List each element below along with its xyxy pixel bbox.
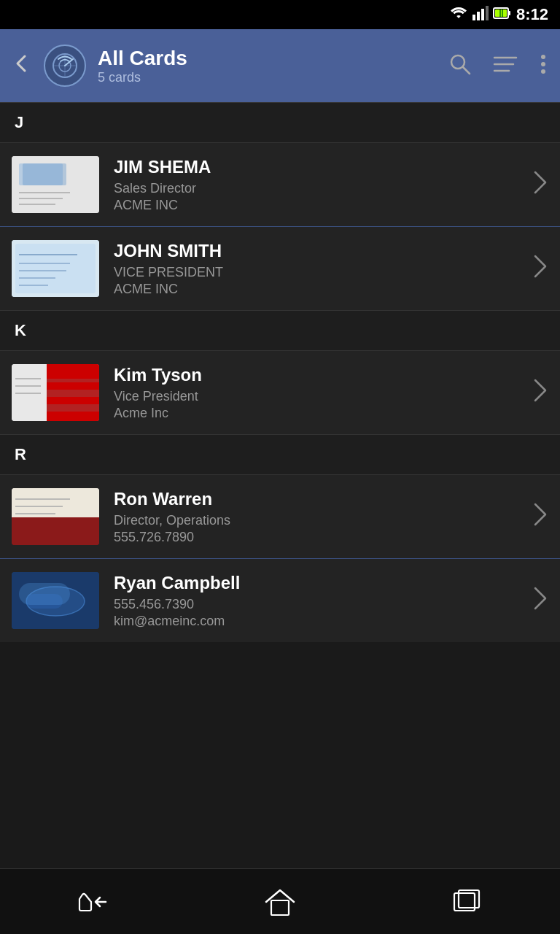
svg-rect-20 — [19, 163, 63, 185]
home-nav-button[interactable] — [251, 880, 309, 924]
svg-rect-33 — [48, 364, 99, 371]
card-thumbnail — [12, 488, 99, 545]
svg-rect-37 — [48, 411, 99, 421]
status-icons: 8:12 — [449, 5, 548, 24]
card-detail1: VICE PRESIDENT — [114, 265, 525, 280]
app-bar-actions — [448, 52, 548, 80]
card-detail2: ACME INC — [114, 282, 525, 297]
chevron-right-icon — [532, 253, 548, 285]
svg-rect-50 — [26, 594, 63, 609]
recents-nav-button[interactable] — [438, 880, 496, 924]
card-thumbnail — [12, 156, 99, 213]
content: J JIM SHEMASales DirectorACME INC JOHN S… — [0, 102, 560, 642]
card-name: JOHN SMITH — [114, 241, 525, 261]
svg-rect-32 — [48, 364, 99, 421]
card-detail2: ACME INC — [114, 198, 525, 213]
section-header-k: K — [0, 310, 560, 351]
card-thumbnail — [12, 240, 99, 297]
card-detail1: Director, Operations — [114, 513, 525, 528]
more-options-button[interactable] — [538, 53, 548, 79]
chevron-right-icon — [532, 585, 548, 617]
wifi-icon — [449, 6, 468, 23]
svg-point-18 — [541, 69, 545, 74]
svg-text:★★★: ★★★ — [52, 376, 82, 388]
section-header-r: R — [0, 434, 560, 475]
svg-rect-31 — [12, 364, 48, 421]
svg-point-16 — [541, 55, 545, 59]
back-nav-button[interactable] — [64, 880, 122, 924]
card-thumbnail — [12, 572, 99, 629]
card-name: Kim Tyson — [114, 365, 525, 385]
card-detail2: Acme Inc — [114, 406, 525, 421]
svg-rect-3 — [486, 6, 489, 20]
svg-rect-6 — [495, 9, 507, 17]
card-detail2: kim@acmeinc.com — [114, 614, 525, 629]
svg-rect-1 — [477, 12, 480, 20]
card-item[interactable]: Ryan Campbell555.456.7390kim@acmeinc.com — [0, 559, 560, 642]
svg-rect-2 — [481, 9, 484, 20]
card-item[interactable]: ★★★ Kim TysonVice PresidentAcme Inc — [0, 351, 560, 434]
svg-rect-5 — [508, 11, 510, 15]
svg-point-17 — [541, 62, 545, 66]
svg-rect-25 — [15, 244, 96, 293]
app-logo — [44, 45, 86, 87]
svg-rect-34 — [48, 376, 99, 383]
section-header-j: J — [0, 102, 560, 143]
status-time: 8:12 — [516, 5, 548, 24]
svg-rect-48 — [12, 572, 99, 629]
app-bar: All Cards 5 cards — [0, 29, 560, 102]
card-detail2: 555.726.7890 — [114, 530, 525, 545]
app-bar-title-group: All Cards 5 cards — [98, 47, 436, 85]
card-name: Ryan Campbell — [114, 573, 525, 593]
chevron-right-icon — [532, 377, 548, 409]
sort-button[interactable] — [493, 54, 518, 77]
card-item[interactable]: JIM SHEMASales DirectorACME INC — [0, 143, 560, 227]
svg-rect-51 — [271, 900, 289, 915]
svg-rect-36 — [48, 399, 99, 406]
card-info: Ryan Campbell555.456.7390kim@acmeinc.com — [114, 573, 525, 629]
status-bar: 8:12 — [0, 0, 560, 29]
card-detail1: 555.456.7390 — [114, 597, 525, 612]
battery-icon — [493, 6, 512, 23]
card-item[interactable]: JOHN SMITHVICE PRESIDENTACME INC — [0, 227, 560, 310]
card-thumbnail: ★★★ — [12, 364, 99, 421]
card-list-j: JIM SHEMASales DirectorACME INC JOHN SMI… — [0, 143, 560, 310]
card-info: JOHN SMITHVICE PRESIDENTACME INC — [114, 241, 525, 297]
svg-point-49 — [26, 587, 85, 616]
svg-rect-43 — [12, 488, 99, 517]
card-detail1: Sales Director — [114, 181, 525, 196]
card-info: Kim TysonVice PresidentAcme Inc — [114, 365, 525, 421]
app-bar-subtitle: 5 cards — [98, 70, 436, 85]
svg-line-12 — [463, 67, 470, 74]
card-info: JIM SHEMASales DirectorACME INC — [114, 157, 525, 213]
card-list-k: ★★★ Kim TysonVice PresidentAcme Inc — [0, 351, 560, 434]
card-name: JIM SHEMA — [114, 157, 525, 177]
back-button[interactable] — [12, 53, 32, 79]
app-bar-title: All Cards — [98, 47, 436, 70]
chevron-right-icon — [532, 169, 548, 201]
signal-icon — [472, 6, 489, 23]
card-item[interactable]: Ron WarrenDirector, Operations555.726.78… — [0, 475, 560, 559]
svg-rect-38 — [48, 364, 70, 395]
bottom-nav — [0, 868, 560, 934]
svg-rect-0 — [472, 15, 475, 20]
chevron-right-icon — [532, 501, 548, 533]
card-name: Ron Warren — [114, 489, 525, 509]
search-button[interactable] — [448, 52, 472, 80]
card-list-r: Ron WarrenDirector, Operations555.726.78… — [0, 475, 560, 642]
card-info: Ron WarrenDirector, Operations555.726.78… — [114, 489, 525, 545]
card-detail1: Vice President — [114, 389, 525, 404]
svg-rect-35 — [48, 387, 99, 395]
svg-rect-44 — [12, 517, 99, 545]
